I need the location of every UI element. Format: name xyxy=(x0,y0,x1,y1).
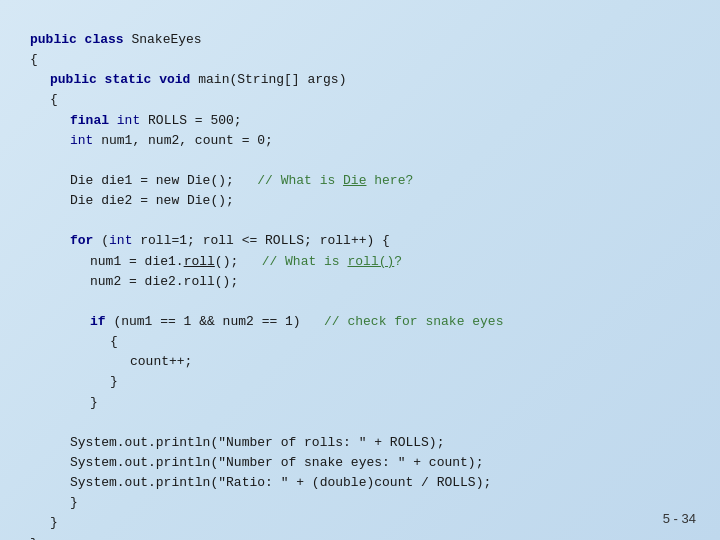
code-line-blank xyxy=(30,292,690,312)
slide-number: 5 - 34 xyxy=(663,511,696,526)
code-line: { xyxy=(30,50,690,70)
slide-container: public class SnakeEyes { public static v… xyxy=(0,0,720,540)
code-line: System.out.println("Number of snake eyes… xyxy=(30,453,690,473)
code-line: if (num1 == 1 && num2 == 1) // check for… xyxy=(30,312,690,332)
code-line: public static void main(String[] args) xyxy=(30,70,690,90)
code-line: } xyxy=(30,493,690,513)
code-line: num1 = die1.roll(); // What is roll()? xyxy=(30,252,690,272)
code-line: System.out.println("Ratio: " + (double)c… xyxy=(30,473,690,493)
code-line: } xyxy=(30,513,690,533)
keyword-public: public xyxy=(30,30,85,50)
code-line: num2 = die2.roll(); xyxy=(30,272,690,292)
code-line: Die die2 = new Die(); xyxy=(30,191,690,211)
code-line-blank xyxy=(30,151,690,171)
code-line: } xyxy=(30,393,690,413)
keyword-class: class xyxy=(85,30,132,50)
code-line: System.out.println("Number of rolls: " +… xyxy=(30,433,690,453)
code-line: } xyxy=(30,534,690,540)
code-line: Die die1 = new Die(); // What is Die her… xyxy=(30,171,690,191)
code-line: int num1, num2, count = 0; xyxy=(30,131,690,151)
code-line: for (int roll=1; roll <= ROLLS; roll++) … xyxy=(30,231,690,251)
code-line: { xyxy=(30,332,690,352)
code-line: final int ROLLS = 500; xyxy=(30,111,690,131)
class-name: SnakeEyes xyxy=(131,30,201,50)
code-block: public class SnakeEyes { public static v… xyxy=(30,20,690,540)
code-line: count++; xyxy=(30,352,690,372)
code-line: { xyxy=(30,90,690,110)
code-line: public class SnakeEyes xyxy=(30,30,690,50)
code-line-blank xyxy=(30,413,690,433)
code-line: } xyxy=(30,372,690,392)
code-line-blank xyxy=(30,211,690,231)
